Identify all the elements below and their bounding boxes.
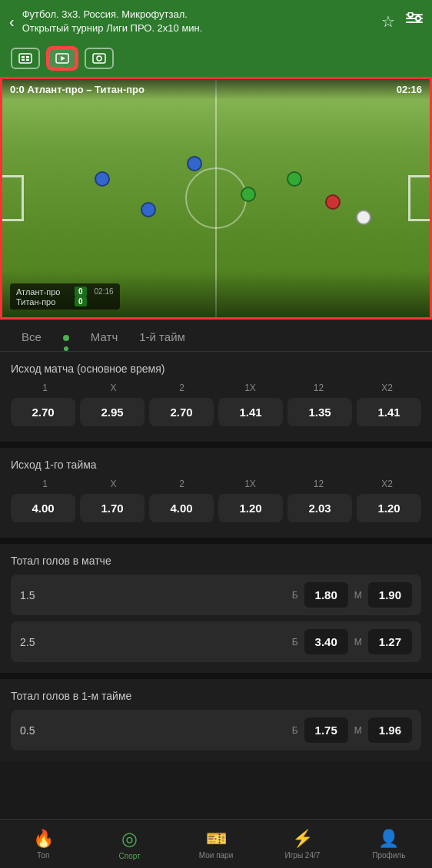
fh-odd-2[interactable]: 4.00 <box>149 494 214 522</box>
video-field <box>2 79 430 317</box>
fh-header-12: 12 <box>284 479 353 489</box>
fh-odd-1x[interactable]: 1.20 <box>218 494 283 522</box>
nav-sport[interactable]: ◎ Спорт <box>86 828 172 860</box>
favorite-icon[interactable]: ☆ <box>381 12 395 31</box>
odd-1[interactable]: 2.70 <box>11 398 75 426</box>
total-pair-under-2: М 1.27 <box>354 629 412 654</box>
header-x: Х <box>79 383 148 393</box>
first-half-outcome-title: Исход 1-го тайма <box>11 459 421 471</box>
over-label-1: Б <box>292 590 298 601</box>
total-first-half-title: Тотал голов в 1-м тайме <box>11 690 421 702</box>
header-icons: ☆ <box>381 12 423 31</box>
sep-1 <box>0 442 432 448</box>
match-title: Футбол. 3х3. Россия. Микрофутзал. Открыт… <box>22 8 374 35</box>
odd-x[interactable]: 2.95 <box>80 398 145 426</box>
svg-rect-8 <box>22 59 25 61</box>
fh-odd-1[interactable]: 4.00 <box>11 494 75 522</box>
nav-top[interactable]: 🔥 Топ <box>0 829 86 860</box>
under-label-2: М <box>354 637 362 648</box>
field-center-circle <box>185 167 247 229</box>
svg-rect-6 <box>22 56 25 58</box>
nav-top-label: Топ <box>37 851 49 860</box>
settings-icon[interactable] <box>406 12 423 31</box>
sep-2 <box>0 538 432 544</box>
header: ‹ Футбол. 3х3. Россия. Микрофутзал. Откр… <box>0 0 432 43</box>
content-area: Все Матч 1-й тайм Исход матча (основное … <box>0 320 432 817</box>
tab-first-half[interactable]: 1-й тайм <box>128 320 196 351</box>
nav-sport-label: Спорт <box>119 852 141 860</box>
over-odd-1[interactable]: 1.80 <box>304 582 348 608</box>
tab-match[interactable]: Матч <box>80 320 128 351</box>
under-label-1: М <box>354 590 362 601</box>
match-outcome-title: Исход матча (основное время) <box>11 363 421 375</box>
video-timer: 02:16 <box>397 84 422 95</box>
fh-header-x2: Х2 <box>353 479 421 489</box>
nav-profile[interactable]: 👤 Профиль <box>346 829 432 860</box>
total-pair-over-1: Б 1.80 <box>292 582 348 608</box>
nav-games-label: Игры 24/7 <box>285 851 321 860</box>
sep-3 <box>0 673 432 679</box>
tabs-bar: Все Матч 1-й тайм <box>0 320 432 352</box>
goal-left <box>2 175 24 221</box>
total-val-1: 1.5 <box>20 589 286 601</box>
nav-games[interactable]: ⚡ Игры 24/7 <box>259 829 345 860</box>
total-match-row-2: 2.5 Б 3.40 М 1.27 <box>11 621 421 662</box>
fh-odd-x2[interactable]: 1.20 <box>357 494 421 522</box>
header-1x: 1Х <box>216 383 284 393</box>
flame-icon: 🔥 <box>33 829 54 849</box>
video-top-overlay: 0:0 Атлант-про – Титан-про 02:16 <box>2 79 430 100</box>
scoreboard-row-2: Титан-про 0 <box>16 297 114 306</box>
total-match-section: Тотал голов в матче 1.5 Б 1.80 М 1.90 2.… <box>0 544 432 673</box>
team1-score: 0 <box>75 287 87 297</box>
first-half-odds: 4.00 1.70 4.00 1.20 2.03 1.20 <box>11 494 421 522</box>
odd-2[interactable]: 2.70 <box>149 398 214 426</box>
first-half-headers: 1 Х 2 1Х 12 Х2 <box>11 479 421 489</box>
svg-rect-5 <box>19 54 32 63</box>
total-pair-under-1: М 1.90 <box>354 582 412 608</box>
total-match-title: Тотал голов в матче <box>11 555 421 567</box>
odd-12[interactable]: 1.35 <box>287 398 352 426</box>
header-12: 12 <box>284 383 353 393</box>
bottom-nav: 🔥 Топ ◎ Спорт 🎫 Мои пари ⚡ Игры 24/7 👤 П… <box>0 819 432 868</box>
sport-icon: ◎ <box>121 828 138 850</box>
player-6 <box>325 194 341 210</box>
under-odd-1[interactable]: 1.90 <box>368 582 412 608</box>
fh-header-x: Х <box>79 479 148 489</box>
stream-btn-2[interactable] <box>48 48 77 69</box>
video-scoreboard: Атлант-про 0 02:16 Титан-про 0 <box>10 283 120 310</box>
nav-bets[interactable]: 🎫 Мои пари <box>173 829 259 860</box>
player-4 <box>241 187 256 202</box>
over-odd-2[interactable]: 3.40 <box>304 629 348 654</box>
fh-header-1x: 1Х <box>216 479 284 489</box>
team2-name: Титан-про <box>16 297 70 306</box>
match-outcome-section: Исход матча (основное время) 1 Х 2 1Х 12… <box>0 352 432 442</box>
lightning-icon: ⚡ <box>292 829 313 849</box>
header-x2: Х2 <box>353 383 421 393</box>
stream-btn-3[interactable] <box>85 48 114 69</box>
under-odd-2[interactable]: 1.27 <box>368 629 412 654</box>
odd-1x[interactable]: 1.41 <box>218 398 283 426</box>
video-player[interactable]: 0:0 Атлант-про – Титан-про 02:16 Атлант-… <box>0 77 432 320</box>
svg-marker-11 <box>61 56 65 61</box>
player-1 <box>95 171 110 187</box>
total-match-row-1: 1.5 Б 1.80 М 1.90 <box>11 575 421 615</box>
tab-all[interactable]: Все <box>11 320 52 351</box>
player-7 <box>356 210 371 225</box>
nav-bets-label: Мои пари <box>199 851 234 860</box>
tab-live[interactable] <box>52 320 80 351</box>
total-fh-val-1: 0.5 <box>20 724 286 737</box>
fh-odd-x[interactable]: 1.70 <box>80 494 145 522</box>
title-line1: Футбол. 3х3. Россия. Микрофутзал. <box>22 8 374 22</box>
video-score-title: 0:0 Атлант-про – Титан-про <box>10 84 145 95</box>
live-dot <box>63 335 69 341</box>
nav-profile-label: Профиль <box>372 851 405 860</box>
match-outcome-odds: 2.70 2.95 2.70 1.41 1.35 1.41 <box>11 398 421 426</box>
fh-odd-12[interactable]: 2.03 <box>287 494 352 522</box>
total-pair-under-fh-1: М 1.96 <box>354 717 412 743</box>
back-button[interactable]: ‹ <box>9 13 15 31</box>
svg-rect-12 <box>93 54 105 63</box>
stream-btn-1[interactable] <box>11 48 40 69</box>
odd-x2[interactable]: 1.41 <box>357 398 421 426</box>
under-odd-fh-1[interactable]: 1.96 <box>368 717 412 743</box>
over-odd-fh-1[interactable]: 1.75 <box>304 717 348 743</box>
